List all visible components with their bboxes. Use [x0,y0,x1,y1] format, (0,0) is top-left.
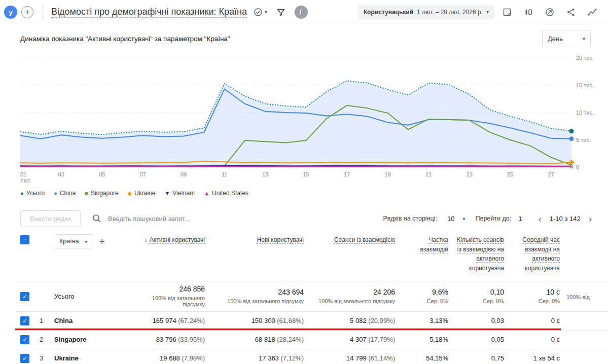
table-search[interactable] [92,213,259,224]
table-row[interactable]: ✓ 1 China 165 974 (67,24%) 150 300 (61,6… [16,311,608,330]
filter-button[interactable] [272,4,290,21]
metric-value: 0 с [551,336,560,343]
legend-label: Vietnam [172,190,195,197]
row-checkbox[interactable]: ✓ [20,292,29,301]
dimension-value: Країна [59,238,79,245]
totals-sub: Сер. 0% [402,298,448,304]
svg-text:27: 27 [548,171,554,177]
column-header[interactable]: Частка взаємодій [420,236,448,253]
totals-value: 24 206 [310,288,395,296]
caret-down-icon: ▾ [462,216,465,222]
share-button[interactable] [562,4,580,21]
totals-sub: 100% від загального підсумку [310,298,395,304]
row-checkbox[interactable]: ✓ [20,335,29,344]
svg-text:5 тис.: 5 тис. [576,137,591,143]
row-checkbox[interactable]: ✓ [20,354,29,363]
metric-value: 14 799 [346,354,367,362]
top-app-bar: у + Відомості про демографічні показники… [0,0,608,24]
metric-percent: (61,14%) [368,354,395,362]
pagination-controls: Рядків на сторінці: 10 ▾ Перейти до: 1 ‹… [383,214,593,224]
svg-text:13: 13 [262,171,268,177]
analytics-logo[interactable]: у [4,6,17,19]
add-dimension-button[interactable]: + [99,236,105,247]
chart-header: Динаміка показника "Активні користувачі"… [20,29,591,48]
logo-letter: у [9,8,13,16]
table-row-totals: ✓ Усього 246 856100% від загального підс… [16,281,608,311]
check-circle-icon [253,7,263,17]
trend-line-chart[interactable]: 20 тис.15 тис.10 тис.5 тис.001лют.030507… [0,48,608,186]
svg-text:01: 01 [20,171,26,177]
totals-value: 246 856 [130,285,205,293]
svg-text:лют.: лют. [20,177,31,184]
column-header[interactable]: Нові користувачі [257,236,304,243]
metric-value: 4 307 [350,336,367,343]
legend-item: ●China [54,190,76,197]
check-icon: ✓ [22,294,27,300]
table-row[interactable]: ✓ 2 Singapore 83 796 (33,95%) 68 818 (28… [16,330,608,349]
add-note-button[interactable] [498,4,516,21]
legend-marker-icon: ● [54,191,57,196]
red-annotation-line [15,329,561,330]
totals-value: 9,6% [402,288,448,296]
explore-button[interactable] [584,4,601,21]
select-all-checkbox[interactable]: − [20,235,29,244]
share-icon [566,7,576,17]
add-button[interactable]: + [21,6,33,18]
row-checkbox[interactable]: ✓ [20,316,29,325]
svg-text:20 тис.: 20 тис. [576,55,594,61]
search-input[interactable] [107,214,259,223]
metric-value: 0,75 [491,354,504,362]
metric-value: 54,15% [426,354,448,362]
avatar[interactable]: Г [295,6,308,19]
svg-text:17: 17 [344,171,350,177]
dimension-dropdown[interactable]: Країна ▾ [54,234,93,248]
indeterminate-icon: − [23,237,26,243]
caret-down-icon: ▾ [85,239,88,244]
metric-value: 17 363 [259,354,279,362]
svg-text:15: 15 [303,171,309,177]
legend-item: ▼Vietnam [164,190,195,197]
caret-down-icon: ▾ [265,9,267,15]
svg-text:11: 11 [222,171,227,177]
svg-text:25: 25 [507,171,513,177]
legend-marker-icon: ▲ [204,191,209,196]
goto-page-value[interactable]: 1 [518,215,522,223]
metric-percent: (33,95%) [178,336,205,343]
column-header[interactable]: Середній час взаємодії на активного кори… [522,236,560,272]
metric-value: 3,13% [430,317,448,324]
metric-percent: (61,68%) [277,317,304,324]
metric-percent: (17,79%) [368,336,395,343]
report-status-button[interactable]: ▾ [252,6,268,18]
table-row[interactable]: ✓ 3 Ukraine 19 688 (7,98%) 17 363 (7,12%… [16,349,608,364]
granularity-value: День [548,35,563,43]
next-page-button[interactable]: › [588,214,593,224]
column-header[interactable]: Кількість сеансів із взаємодією на актив… [457,236,504,272]
row-index: 3 [39,349,54,364]
column-header[interactable]: Активні користувачі [150,236,205,243]
totals-sub: Сер. 0% [511,298,560,304]
totals-value: 243 694 [211,288,304,296]
prev-page-button[interactable]: ‹ [537,214,542,224]
legend-marker-icon: ◆ [128,191,132,196]
compare-button[interactable] [520,4,537,21]
totals-sub: 100% від загального підсумку [211,298,304,304]
sort-descending-icon[interactable]: ↓ [144,236,147,243]
totals-sub-clipped: 100% від [566,294,608,300]
chart-title: Динаміка показника "Активні користувачі"… [20,35,230,43]
country-name: Singapore [54,330,130,349]
rows-per-page-dropdown[interactable]: 10 ▾ [444,214,469,223]
granularity-dropdown[interactable]: День ▾ [542,30,591,47]
country-name: China [54,311,130,330]
search-icon [92,213,102,224]
edit-rows-button[interactable]: Внести рядки [20,210,81,227]
report-title[interactable]: Відомості про демографічні показники: Кр… [51,7,247,17]
metric-value: 0,03 [491,317,504,324]
insights-button[interactable] [541,4,558,21]
row-index: 2 [39,330,54,349]
date-range-selector[interactable]: Користувацький 1 лют. – 28 лют. 2026 р. … [358,5,494,20]
svg-text:03: 03 [58,171,64,177]
svg-text:✕: ✕ [569,164,574,170]
totals-value: 10 с [511,288,560,296]
column-header[interactable]: Сеанси із взаємодією [334,236,395,243]
metric-value: 0 с [551,317,560,324]
